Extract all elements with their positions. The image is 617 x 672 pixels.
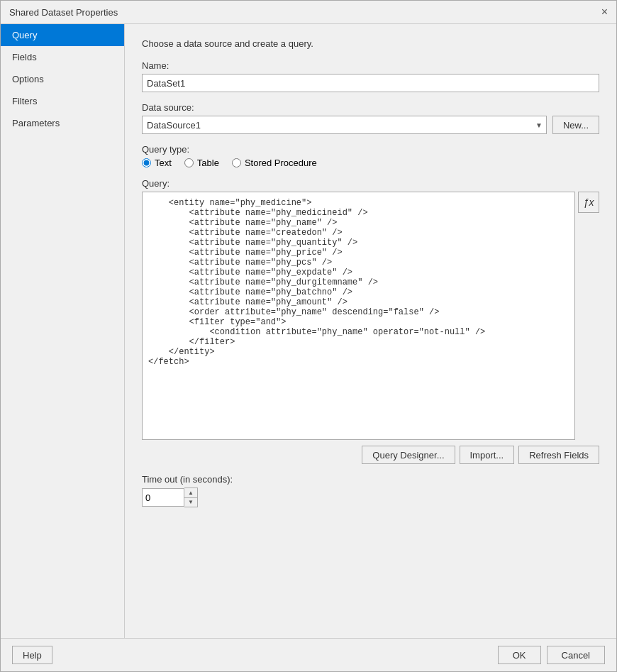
radio-sp-input[interactable] bbox=[232, 158, 241, 167]
name-input[interactable] bbox=[142, 74, 599, 92]
import-button[interactable]: Import... bbox=[460, 446, 515, 464]
name-group: Name: bbox=[142, 60, 599, 92]
shared-dataset-dialog: Shared Dataset Properties × Query Fields… bbox=[0, 0, 617, 672]
spinner-down-button[interactable]: ▼ bbox=[184, 497, 197, 507]
datasource-select-wrapper: DataSource1 ▼ bbox=[142, 116, 547, 134]
datasource-group: Data source: DataSource1 ▼ New... bbox=[142, 102, 599, 134]
footer-right: OK Cancel bbox=[498, 646, 605, 664]
timeout-input[interactable] bbox=[142, 488, 184, 507]
spinner-up-button[interactable]: ▲ bbox=[184, 488, 197, 497]
help-button[interactable]: Help bbox=[12, 646, 52, 664]
query-designer-button[interactable]: Query Designer... bbox=[362, 446, 455, 464]
dialog-title: Shared Dataset Properties bbox=[9, 7, 118, 18]
close-button[interactable]: × bbox=[601, 6, 608, 18]
query-buttons: Query Designer... Import... Refresh Fiel… bbox=[142, 446, 599, 464]
radio-stored-procedure[interactable]: Stored Procedure bbox=[232, 158, 317, 168]
datasource-select[interactable]: DataSource1 bbox=[142, 116, 547, 134]
timeout-spinner: ▲ ▼ bbox=[184, 488, 198, 507]
query-section: Query: <entity name="phy_medicine"> <att… bbox=[142, 178, 599, 464]
page-description: Choose a data source and create a query. bbox=[142, 38, 599, 49]
radio-text-input[interactable] bbox=[142, 158, 151, 167]
datasource-label: Data source: bbox=[142, 102, 599, 113]
query-area-wrapper: <entity name="phy_medicine"> <attribute … bbox=[142, 192, 599, 440]
sidebar-item-options[interactable]: Options bbox=[1, 68, 124, 90]
radio-table-input[interactable] bbox=[184, 158, 194, 167]
sidebar-item-fields[interactable]: Fields bbox=[1, 46, 124, 68]
dialog-footer: Help OK Cancel bbox=[1, 638, 616, 671]
ok-button[interactable]: OK bbox=[498, 646, 541, 664]
query-textarea[interactable]: <entity name="phy_medicine"> <attribute … bbox=[142, 192, 575, 440]
cancel-button[interactable]: Cancel bbox=[547, 646, 605, 664]
new-button[interactable]: New... bbox=[552, 116, 599, 134]
name-label: Name: bbox=[142, 60, 599, 71]
query-label: Query: bbox=[142, 178, 599, 189]
radio-table[interactable]: Table bbox=[184, 158, 219, 168]
timeout-input-wrapper: ▲ ▼ bbox=[142, 488, 599, 507]
timeout-section: Time out (in seconds): ▲ ▼ bbox=[142, 474, 599, 507]
sidebar: Query Fields Options Filters Parameters bbox=[1, 24, 125, 638]
sidebar-item-parameters[interactable]: Parameters bbox=[1, 112, 124, 134]
radio-text[interactable]: Text bbox=[142, 158, 172, 168]
dialog-body: Query Fields Options Filters Parameters … bbox=[1, 24, 616, 638]
sidebar-item-filters[interactable]: Filters bbox=[1, 90, 124, 112]
datasource-row: DataSource1 ▼ New... bbox=[142, 116, 599, 134]
title-bar: Shared Dataset Properties × bbox=[1, 1, 616, 24]
radio-group: Text Table Stored Procedure bbox=[142, 158, 599, 168]
main-content: Choose a data source and create a query.… bbox=[125, 24, 616, 638]
query-type-label: Query type: bbox=[142, 144, 599, 155]
sidebar-item-query[interactable]: Query bbox=[1, 24, 124, 46]
timeout-label: Time out (in seconds): bbox=[142, 474, 599, 485]
query-type-group: Query type: Text Table Stored Procedure bbox=[142, 144, 599, 168]
refresh-fields-button[interactable]: Refresh Fields bbox=[518, 446, 599, 464]
fx-button[interactable]: ƒx bbox=[578, 192, 599, 213]
